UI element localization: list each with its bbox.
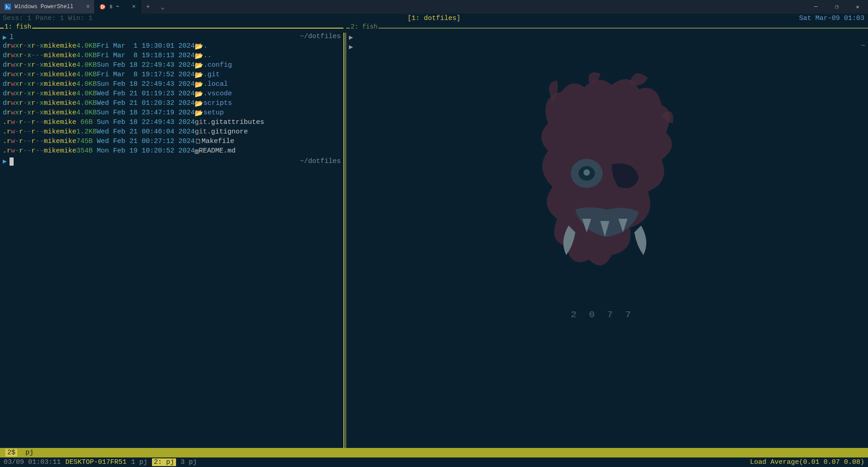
pane-titles: 1: fish 2: fish bbox=[0, 23, 868, 33]
svg-point-5 bbox=[101, 8, 103, 9]
path-label: ~/dotfiles bbox=[300, 33, 341, 40]
ls-row: drwxr-xr-x mike mike 4.0 KB Sun Feb 18 2… bbox=[3, 80, 341, 90]
new-tab-button[interactable]: + bbox=[141, 0, 155, 14]
tab-ubuntu[interactable]: s ~ × bbox=[95, 0, 141, 14]
prompt-line: ▶ l ~/dotfiles bbox=[3, 33, 341, 42]
pane1-label: 1: fish bbox=[4, 23, 32, 30]
window-controls: ─ ❐ ✕ bbox=[805, 0, 868, 14]
ls-row: drwxr-x--- mike mike 4.0 KB Fri Mar 8 19… bbox=[3, 52, 341, 61]
tab-dropdown-button[interactable]: ⌄ bbox=[155, 0, 170, 14]
prompt-icon: ▶ bbox=[349, 43, 353, 51]
ls-row: .rw-r--r-- mike mike 66 B Sun Feb 18 22:… bbox=[3, 118, 341, 128]
status-time: 03/09 01:03:11 bbox=[4, 458, 61, 466]
path-tilde: ~ bbox=[861, 42, 865, 50]
svg-point-8 bbox=[584, 169, 590, 176]
prompt-icon: ▶ bbox=[349, 33, 353, 42]
svg-point-3 bbox=[103, 6, 105, 8]
tab-label: s ~ bbox=[109, 4, 119, 10]
minimize-button[interactable]: ─ bbox=[805, 0, 826, 14]
pane-right[interactable]: ▶ ▶ ~ 2077 bbox=[346, 33, 868, 448]
close-icon[interactable]: × bbox=[86, 3, 90, 10]
pane-left[interactable]: ▶ l ~/dotfiles drwxr-xr-x mike mike 4.0 … bbox=[0, 33, 343, 448]
ls-row: drwxr-xr-x mike mike 4.0 KB Fri Mar 1 19… bbox=[3, 42, 341, 52]
screen-number: 2$ bbox=[5, 449, 17, 457]
svg-point-7 bbox=[579, 166, 595, 181]
ls-row: drwxr-xr-x mike mike 4.0 KB Wed Feb 21 0… bbox=[3, 99, 341, 109]
tmux-status-bottom: 03/09 01:03:11 DESKTOP-017FR51 1 pj2: pj… bbox=[0, 457, 868, 467]
ls-row: drwxr-xr-x mike mike 4.0 KB Fri Mar 8 19… bbox=[3, 71, 341, 80]
maximize-button[interactable]: ❐ bbox=[826, 0, 847, 14]
prompt-command: l bbox=[10, 34, 14, 41]
status-hostname: DESKTOP-017FR51 bbox=[65, 458, 127, 466]
panes-container: ▶ l ~/dotfiles drwxr-xr-x mike mike 4.0 … bbox=[0, 33, 868, 448]
path-label: ~/dotfiles bbox=[300, 157, 341, 165]
powershell-icon bbox=[5, 4, 11, 10]
close-button[interactable]: ✕ bbox=[847, 0, 868, 14]
prompt-line-right: ▶ bbox=[349, 33, 865, 42]
prompt-line-right-2: ▶ bbox=[349, 42, 865, 52]
window-titlebar: Windows PowerShell × s ~ × + ⌄ ─ ❐ ✕ bbox=[0, 0, 868, 14]
background-year-text: 2077 bbox=[571, 310, 643, 320]
prompt-icon: ▶ bbox=[3, 33, 7, 42]
status-window[interactable]: 3 pj bbox=[181, 458, 197, 466]
tmux-window-title: [1: dotfiles] bbox=[407, 14, 461, 23]
prompt-line-2[interactable]: ▶ ~/dotfiles bbox=[3, 157, 341, 166]
ls-row: drwxr-xr-x mike mike 4.0 KB Wed Feb 21 0… bbox=[3, 90, 341, 99]
status-load: Load Average(0.01 0.07 0.08) bbox=[750, 458, 864, 466]
svg-point-6 bbox=[571, 159, 603, 188]
status-window[interactable]: 1 pj bbox=[131, 458, 147, 466]
close-icon[interactable]: × bbox=[132, 3, 136, 10]
cursor bbox=[10, 157, 14, 166]
svg-point-4 bbox=[101, 5, 103, 6]
tab-powershell[interactable]: Windows PowerShell × bbox=[0, 0, 95, 14]
tab-label: Windows PowerShell bbox=[15, 4, 74, 10]
ls-row: .rw-r--r-- mike mike 745 B Wed Feb 21 00… bbox=[3, 138, 341, 147]
screen-bar: 2$ pj bbox=[0, 448, 868, 457]
tmux-clock: Sat Mar-09 01:03 bbox=[799, 14, 864, 23]
ls-row: drwxr-xr-x mike mike 4.0 KB Sun Feb 18 2… bbox=[3, 109, 341, 118]
prompt-icon: ▶ bbox=[3, 157, 7, 166]
tmux-status-top: Sess: 1 Pane: 1 Win: 1 [1: dotfiles] Sat… bbox=[0, 14, 868, 23]
ubuntu-icon bbox=[99, 4, 106, 10]
screen-cmd: pj bbox=[25, 449, 34, 457]
status-window[interactable]: 2: pj bbox=[152, 458, 176, 466]
tmux-session-info: Sess: 1 Pane: 1 Win: 1 bbox=[0, 14, 93, 23]
ls-row: drwxr-xr-x mike mike 4.0 KB Sun Feb 18 2… bbox=[3, 61, 341, 71]
background-art-icon bbox=[521, 69, 693, 287]
ls-output: drwxr-xr-x mike mike 4.0 KB Fri Mar 1 19… bbox=[3, 42, 341, 157]
ls-row: .rw-r--r-- mike mike 354 B Mon Feb 19 10… bbox=[3, 147, 341, 157]
tab-strip: Windows PowerShell × s ~ × + ⌄ bbox=[0, 0, 170, 14]
ls-row: .rw-r--r-- mike mike 1.2 KB Wed Feb 21 0… bbox=[3, 128, 341, 138]
pane2-label: 2: fish bbox=[350, 23, 378, 30]
